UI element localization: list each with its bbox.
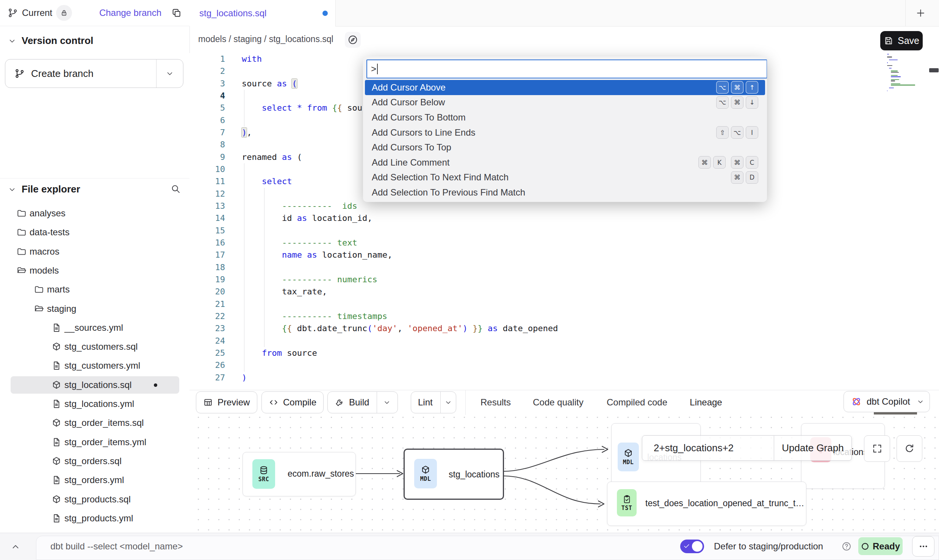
palette-item[interactable]: Add Selection To Next Find Match ⌘D <box>365 170 765 185</box>
defer-label: Defer to staging/production <box>714 541 823 552</box>
file-item[interactable]: __sources.yml <box>11 319 179 336</box>
palette-item[interactable]: Add Cursor Below ⌥⌘↓ <box>365 95 765 110</box>
compile-label: Compile <box>283 397 316 408</box>
table-icon <box>203 397 213 407</box>
copilot-logo-icon <box>851 396 862 407</box>
palette-item[interactable]: Add Selection To Previous Find Match <box>365 185 765 200</box>
lint-button[interactable]: Lint <box>411 391 456 413</box>
search-icon[interactable] <box>171 184 181 194</box>
line-number: 19 <box>189 274 225 286</box>
compile-button[interactable]: Compile <box>261 391 324 413</box>
file-item[interactable]: marts <box>11 281 179 298</box>
new-tab-button[interactable] <box>916 8 926 18</box>
tab-label: stg_locations.sql <box>199 8 266 19</box>
lineage-node-stg-locations[interactable]: MDL stg_locations <box>404 449 504 500</box>
tab-stg-locations[interactable]: stg_locations.sql <box>189 0 336 26</box>
change-branch-link[interactable]: Change branch <box>99 8 161 18</box>
shortcut-keys: ⇧⌥I <box>716 126 758 139</box>
unsaved-dot <box>154 383 157 387</box>
folder-icon <box>17 247 27 257</box>
circle-status-icon <box>861 542 869 551</box>
lint-dropdown[interactable] <box>440 392 456 413</box>
minimap-line <box>889 59 898 60</box>
refresh-button[interactable] <box>897 435 922 462</box>
lineage-node-source[interactable]: SRC ecom.raw_stores <box>243 452 356 496</box>
version-control-title: Version control <box>22 35 93 47</box>
line-number: 5 <box>189 102 225 114</box>
file-item[interactable]: stg_customers.sql <box>11 338 179 355</box>
sidebar-divider <box>0 178 189 178</box>
file-item[interactable]: data-tests <box>11 224 179 241</box>
unsaved-changes-dot <box>322 11 328 16</box>
palette-item-label: Add Selection To Next Find Match <box>372 172 731 183</box>
chevron-up-icon[interactable] <box>11 542 20 552</box>
create-branch-button[interactable]: Create branch <box>5 59 183 88</box>
line-number: 6 <box>189 114 225 127</box>
key-cap: ⌥ <box>731 126 743 139</box>
file-item[interactable]: stg_products.yml <box>11 510 179 527</box>
build-dropdown[interactable] <box>377 392 397 413</box>
file-item[interactable]: analyses <box>11 205 179 222</box>
update-graph-button[interactable]: Update Graph <box>774 436 851 460</box>
create-branch-dropdown[interactable] <box>156 59 183 88</box>
database-icon <box>259 465 269 475</box>
minimap-line <box>891 83 900 84</box>
file-item[interactable]: stg_orders.sql <box>11 452 179 470</box>
panel-tab-lineage[interactable]: Lineage <box>664 390 748 415</box>
command-palette-input[interactable]: > <box>366 59 767 78</box>
tst-badge: TST <box>617 489 637 516</box>
file-item[interactable]: staging <box>11 300 179 318</box>
file-item[interactable]: stg_customers.yml <box>11 357 179 374</box>
file-item[interactable]: models <box>11 262 179 279</box>
copilot-label: dbt Copilot <box>867 396 910 407</box>
file-item[interactable]: stg_order_items.yml <box>11 433 179 451</box>
version-control-header[interactable]: Version control <box>8 35 93 47</box>
file-label: __sources.yml <box>64 322 123 333</box>
lineage-node-test[interactable]: TST test_does_location_opened_at_trunc_t… <box>607 482 806 526</box>
file-item[interactable]: stg_products.sql <box>11 491 179 508</box>
file-icon <box>52 475 61 485</box>
file-item[interactable]: macros <box>11 243 179 260</box>
palette-item[interactable]: Add Line Comment ⌘K⌘C <box>365 155 765 170</box>
file-icon <box>52 399 61 409</box>
build-button[interactable]: Build <box>327 391 398 413</box>
code-line: with <box>242 53 262 65</box>
panel-tab-code-quality[interactable]: Code quality <box>516 390 600 415</box>
preview-button[interactable]: Preview <box>196 391 257 413</box>
lint-label: Lint <box>418 397 433 408</box>
minimap-line <box>891 84 915 85</box>
copy-icon[interactable] <box>171 8 182 18</box>
help-icon[interactable] <box>841 541 852 552</box>
model-cube-icon <box>421 465 430 475</box>
file-item[interactable]: stg_locations.sql <box>11 376 179 394</box>
palette-item[interactable]: Add Cursors To Bottom <box>365 110 765 125</box>
save-button[interactable]: Save <box>880 31 923 50</box>
code-line: id as location_id, <box>242 212 372 224</box>
code-line: ---------- text <box>242 237 357 249</box>
minimap[interactable] <box>886 54 926 164</box>
more-options-button[interactable] <box>912 536 934 557</box>
lineage-graph[interactable]: SRC ecom.raw_stores MDL stg_locations MD… <box>189 416 939 533</box>
toolbar-separator <box>465 390 466 415</box>
file-item[interactable]: stg_locations.yml <box>11 395 179 413</box>
wrench-icon <box>335 397 344 407</box>
ready-status-badge[interactable]: Ready <box>858 537 903 555</box>
fullscreen-button[interactable] <box>864 435 890 462</box>
defer-toggle[interactable] <box>680 540 704 553</box>
file-item[interactable]: stg_order_items.sql <box>11 414 179 432</box>
compass-icon[interactable] <box>345 32 361 48</box>
preview-label: Preview <box>218 397 250 408</box>
dbt-copilot-button[interactable]: dbt Copilot <box>844 391 930 412</box>
line-number: 22 <box>189 310 225 322</box>
palette-item[interactable]: Add Selection To Next Find Match <box>365 200 765 202</box>
palette-item[interactable]: Add Cursors to Line Ends ⇧⌥I <box>365 125 765 140</box>
build-label: Build <box>349 397 369 408</box>
scrollbar-thumb[interactable] <box>929 68 939 72</box>
palette-item[interactable]: Add Cursor Above ⌥⌘↑ <box>365 80 765 95</box>
file-item[interactable]: stg_orders.yml <box>11 471 179 489</box>
key-cap: D <box>746 171 758 184</box>
lineage-selector-input[interactable]: 2+stg_locations+2 <box>642 436 774 460</box>
file-explorer-header[interactable]: File explorer <box>8 183 80 195</box>
line-number: 21 <box>189 298 225 310</box>
palette-item[interactable]: Add Cursors To Top <box>365 140 765 155</box>
